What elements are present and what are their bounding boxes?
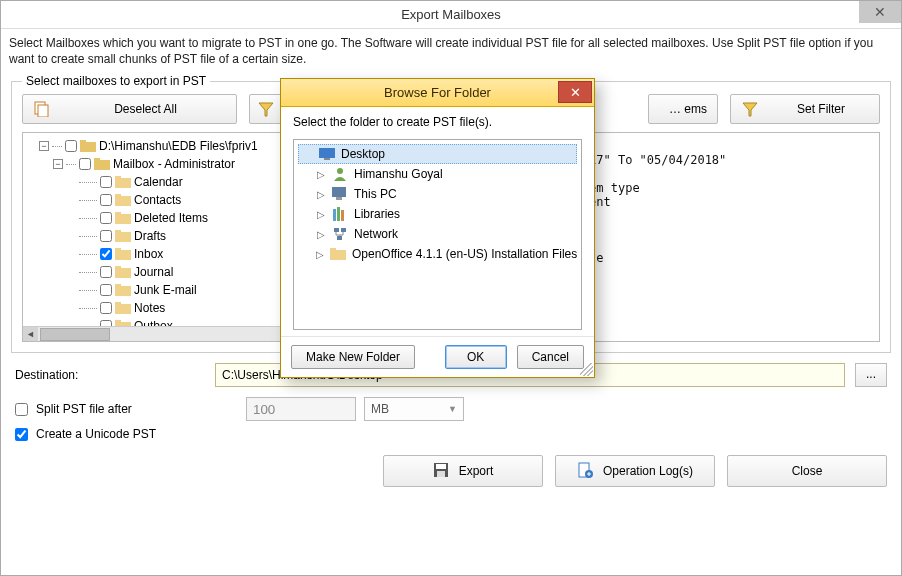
svg-rect-10 (115, 196, 131, 206)
tree-label: Mailbox - Administrator (113, 157, 235, 171)
svg-rect-6 (94, 160, 110, 170)
expand-icon[interactable]: ▷ (316, 189, 326, 200)
folder-tree-item[interactable]: ▷This PC (298, 184, 577, 204)
modal-close-button[interactable]: ✕ (558, 81, 592, 103)
svg-rect-8 (115, 178, 131, 188)
tree-label: Calendar (134, 175, 183, 189)
save-icon (433, 462, 449, 481)
tree-checkbox[interactable] (100, 284, 112, 296)
window-description: Select Mailboxes which you want to migra… (1, 29, 901, 77)
svg-rect-21 (115, 284, 121, 287)
svg-rect-15 (115, 230, 121, 233)
export-label: Export (459, 464, 494, 478)
browse-destination-button[interactable]: ... (855, 363, 887, 387)
window-close-button[interactable]: ✕ (859, 1, 901, 23)
window-title: Export Mailboxes (401, 7, 501, 22)
modal-cancel-button[interactable]: Cancel (517, 345, 584, 369)
drafts-icon (115, 228, 131, 244)
deselect-all-button[interactable]: Deselect All (22, 94, 237, 124)
scroll-left-icon[interactable]: ◄ (23, 327, 38, 342)
svg-rect-27 (436, 464, 446, 469)
svg-rect-32 (324, 158, 330, 160)
svg-rect-22 (115, 304, 131, 314)
tree-checkbox[interactable] (100, 248, 112, 260)
folder-label: Libraries (354, 207, 400, 221)
folder-tree[interactable]: Desktop▷Himanshu Goyal▷This PC▷Libraries… (293, 139, 582, 330)
split-size-input[interactable] (246, 397, 356, 421)
network-icon (332, 226, 348, 242)
log-icon (577, 462, 593, 481)
export-button[interactable]: Export (383, 455, 543, 487)
tree-label: Drafts (134, 229, 166, 243)
folder-label: OpenOffice 4.1.1 (en-US) Installation Fi… (352, 247, 577, 261)
svg-rect-23 (115, 302, 121, 305)
unicode-pst-label[interactable]: Create a Unicode PST (36, 427, 156, 441)
folder-tree-item[interactable]: Desktop (298, 144, 577, 164)
split-pst-label[interactable]: Split PST file after (36, 402, 208, 416)
split-unit-select[interactable]: MB ▼ (364, 397, 464, 421)
database-icon (80, 138, 96, 154)
resize-grip-icon[interactable] (580, 363, 593, 376)
folder-tree-item[interactable]: ▷Network (298, 224, 577, 244)
svg-marker-2 (259, 103, 273, 116)
deselect-icon (33, 100, 51, 118)
folder-icon (330, 246, 346, 262)
split-pst-row: Split PST file after MB ▼ (15, 397, 887, 421)
expand-icon[interactable]: ▷ (316, 169, 326, 180)
operation-logs-button[interactable]: Operation Log(s) (555, 455, 715, 487)
close-button[interactable]: Close (727, 455, 887, 487)
notes-icon (115, 300, 131, 316)
make-new-folder-button[interactable]: Make New Folder (291, 345, 415, 369)
titlebar: Export Mailboxes ✕ (1, 1, 901, 29)
split-pst-checkbox[interactable] (15, 403, 28, 416)
calendar-icon (115, 174, 131, 190)
close-icon: ✕ (874, 4, 886, 20)
scroll-thumb[interactable] (40, 328, 110, 341)
tree-label: Inbox (134, 247, 163, 261)
folder-tree-item[interactable]: ▷Himanshu Goyal (298, 164, 577, 184)
collapse-icon[interactable]: − (39, 141, 49, 151)
tree-checkbox[interactable] (65, 140, 77, 152)
unicode-pst-row: Create a Unicode PST (15, 427, 887, 441)
unicode-pst-checkbox[interactable] (15, 428, 28, 441)
svg-rect-7 (94, 158, 100, 161)
tree-label: Deleted Items (134, 211, 208, 225)
filter-items-label: … ems (659, 102, 707, 116)
svg-rect-25 (115, 320, 121, 323)
svg-rect-12 (115, 214, 131, 224)
filter-items-button[interactable]: … ems (648, 94, 718, 124)
tree-label: Contacts (134, 193, 181, 207)
modal-ok-button[interactable]: OK (445, 345, 507, 369)
svg-rect-43 (330, 248, 336, 251)
tree-checkbox[interactable] (100, 194, 112, 206)
folder-label: Network (354, 227, 398, 241)
tree-checkbox[interactable] (100, 302, 112, 314)
folder-tree-item[interactable]: ▷Libraries (298, 204, 577, 224)
expand-icon[interactable]: ▷ (316, 249, 324, 260)
destination-label: Destination: (15, 368, 205, 382)
fieldset-legend: Select mailboxes to export in PST (22, 74, 210, 88)
svg-rect-28 (437, 471, 445, 477)
svg-rect-1 (38, 105, 48, 117)
svg-rect-17 (115, 248, 121, 251)
expand-icon[interactable]: ▷ (316, 229, 326, 240)
tree-checkbox[interactable] (100, 230, 112, 242)
browse-folder-dialog: Browse For Folder ✕ Select the folder to… (280, 78, 595, 378)
expand-icon[interactable]: ▷ (316, 209, 326, 220)
folder-label: This PC (354, 187, 397, 201)
tree-checkbox[interactable] (100, 212, 112, 224)
junk-icon (115, 282, 131, 298)
tree-checkbox[interactable] (100, 176, 112, 188)
tree-label: Notes (134, 301, 165, 315)
reset-filter-button[interactable] (249, 94, 283, 124)
tree-checkbox[interactable] (79, 158, 91, 170)
collapse-icon[interactable]: − (53, 159, 63, 169)
close-label: Close (792, 464, 823, 478)
close-icon: ✕ (570, 85, 581, 100)
svg-rect-34 (332, 187, 346, 197)
folder-tree-item[interactable]: ▷OpenOffice 4.1.1 (en-US) Installation F… (298, 244, 577, 264)
set-filter-button[interactable]: Set Filter (730, 94, 880, 124)
tree-checkbox[interactable] (100, 266, 112, 278)
set-filter-label: Set Filter (773, 102, 869, 116)
split-unit-value: MB (371, 402, 389, 416)
